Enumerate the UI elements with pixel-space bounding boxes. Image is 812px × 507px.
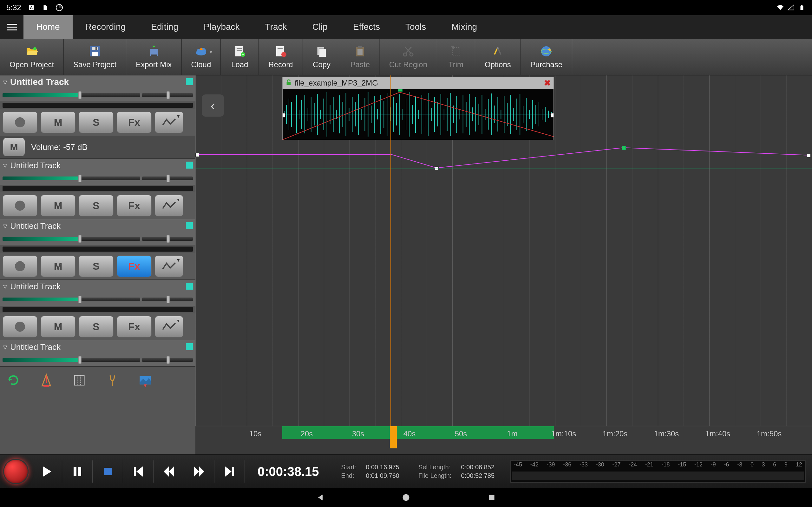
skip-end-button[interactable]	[214, 460, 245, 483]
menu-tab-track[interactable]: Track	[252, 15, 300, 39]
menu-tab-tools[interactable]: Tools	[393, 15, 439, 39]
track-vol-slider[interactable]	[3, 237, 140, 241]
automation-envelope[interactable]	[195, 142, 812, 174]
track-automation-button[interactable]: ▼	[155, 195, 183, 216]
menu-tab-mixing[interactable]: Mixing	[439, 15, 490, 39]
toolbar-load[interactable]: + Load	[221, 39, 259, 75]
track-fx-button[interactable]: Fx	[117, 316, 152, 337]
track-solo-button[interactable]: S	[79, 256, 113, 277]
track-arm-button[interactable]	[3, 316, 38, 337]
track-vol-slider[interactable]	[3, 358, 140, 362]
track-solo-button[interactable]: S	[79, 195, 113, 216]
toolbar-export-mix[interactable]: Export Mix	[126, 39, 182, 75]
envelope-point[interactable]	[435, 166, 439, 170]
toolbar-open-project[interactable]: Open Project	[0, 39, 64, 75]
clip-handle-right[interactable]	[551, 113, 554, 118]
clip-close-button[interactable]: ✖	[544, 78, 551, 88]
envelope-point[interactable]	[622, 146, 626, 150]
unlock-icon[interactable]	[285, 79, 292, 87]
track-mute-button[interactable]: M	[41, 195, 75, 216]
menu-tab-home[interactable]: Home	[23, 15, 72, 39]
track-color-swatch[interactable]	[186, 343, 193, 350]
record-button[interactable]	[3, 459, 29, 484]
toolbar-copy[interactable]: Copy	[303, 39, 341, 75]
track-solo-button[interactable]: S	[79, 112, 113, 133]
hamburger-menu[interactable]	[0, 15, 23, 39]
track-header[interactable]: ▽ Untitled Track	[0, 159, 195, 172]
nav-back-icon[interactable]	[316, 493, 325, 502]
forward-button[interactable]	[184, 460, 214, 483]
rewind-button[interactable]	[154, 460, 184, 483]
track-header[interactable]: ▽ Untitled Track	[0, 280, 195, 293]
menu-tab-editing[interactable]: Editing	[138, 15, 191, 39]
track-color-swatch[interactable]	[186, 222, 193, 229]
track-pan-slider[interactable]	[142, 358, 193, 362]
loop-icon[interactable]	[6, 373, 20, 387]
stop-button[interactable]	[93, 460, 123, 483]
track-color-swatch[interactable]	[186, 283, 193, 290]
track-arm-button[interactable]	[3, 195, 38, 216]
info-end-value: 0:01:09.760	[366, 472, 399, 480]
track-pan-slider[interactable]	[142, 176, 193, 180]
save-icon	[89, 45, 101, 58]
track-vol-slider[interactable]	[3, 176, 140, 180]
track-pan-slider[interactable]	[142, 297, 193, 301]
svg-rect-43	[104, 468, 112, 475]
track-pan-slider[interactable]	[142, 93, 193, 97]
toolbar-save-project[interactable]: Save Project	[64, 39, 126, 75]
track-mute-button[interactable]: M	[41, 256, 75, 277]
toolbar-cloud[interactable]: ▼ Cloud	[182, 39, 221, 75]
track-automation-button[interactable]: ▼	[155, 316, 183, 337]
track-automation-button[interactable]: ▼	[155, 112, 183, 133]
menu-tab-recording[interactable]: Recording	[72, 15, 139, 39]
track-vol-slider[interactable]	[3, 297, 140, 301]
clip-fade-peak[interactable]	[398, 89, 403, 92]
menu-tab-playback[interactable]: Playback	[191, 15, 252, 39]
timeline[interactable]: ‹ file_example_MP3_2MG ✖	[195, 75, 812, 454]
track-fx-button[interactable]: Fx	[117, 112, 152, 133]
transport-bar: 0:00:38.15 Start: 0:00:16.975 End: 0:01:…	[0, 454, 812, 488]
toolbar-options[interactable]: Options	[475, 39, 521, 75]
track-meter	[3, 246, 193, 251]
track-header[interactable]: ▽ Untitled Track	[0, 75, 195, 89]
image-tool-icon[interactable]	[138, 373, 152, 387]
toolbar-purchase[interactable]: Purchase	[521, 39, 572, 75]
track-fx-button[interactable]: Fx	[117, 256, 152, 277]
volume-automation-lane[interactable]: M Volume: -57 dB	[0, 135, 195, 158]
collapse-panel-button[interactable]: ‹	[202, 95, 224, 117]
track-color-swatch[interactable]	[186, 78, 193, 85]
lane-mute-button[interactable]: M	[3, 138, 25, 156]
audio-clip[interactable]: file_example_MP3_2MG ✖	[282, 77, 554, 140]
track-fx-button[interactable]: Fx	[117, 195, 152, 216]
envelope-point[interactable]	[195, 153, 199, 157]
status-time: 5:32	[6, 3, 21, 12]
pause-button[interactable]	[62, 460, 93, 483]
skip-start-button[interactable]	[123, 460, 154, 483]
track-header[interactable]: ▽ Untitled Track	[0, 340, 195, 354]
track-mute-button[interactable]: M	[41, 112, 75, 133]
snap-grid-icon[interactable]	[72, 373, 86, 387]
tuning-fork-icon[interactable]	[105, 373, 119, 387]
nav-home-icon[interactable]	[401, 493, 411, 502]
ruler-cursor[interactable]	[389, 426, 398, 454]
play-button[interactable]	[32, 460, 62, 483]
time-ruler[interactable]: 10s 20s 30s 40s 50s 1m 1m:10s 1m:20s 1m:…	[195, 426, 812, 454]
track-color-swatch[interactable]	[186, 162, 193, 169]
track-pan-slider[interactable]	[142, 237, 193, 241]
menu-tab-effects[interactable]: Effects	[340, 15, 393, 39]
playhead[interactable]	[391, 75, 391, 426]
track-header[interactable]: ▽ Untitled Track	[0, 219, 195, 233]
track-automation-button[interactable]: ▼	[155, 256, 183, 277]
track-mute-button[interactable]: M	[41, 316, 75, 337]
track-solo-button[interactable]: S	[79, 316, 113, 337]
status-icon-a: A	[28, 4, 35, 11]
menu-tab-clip[interactable]: Clip	[300, 15, 340, 39]
track-vol-slider[interactable]	[3, 93, 140, 97]
nav-recent-icon[interactable]	[487, 493, 496, 502]
envelope-point[interactable]	[807, 154, 811, 158]
clip-handle-left[interactable]	[283, 113, 285, 118]
metronome-icon[interactable]	[39, 373, 53, 387]
track-arm-button[interactable]	[3, 112, 38, 133]
track-arm-button[interactable]	[3, 256, 38, 277]
toolbar-record[interactable]: Record	[259, 39, 303, 75]
